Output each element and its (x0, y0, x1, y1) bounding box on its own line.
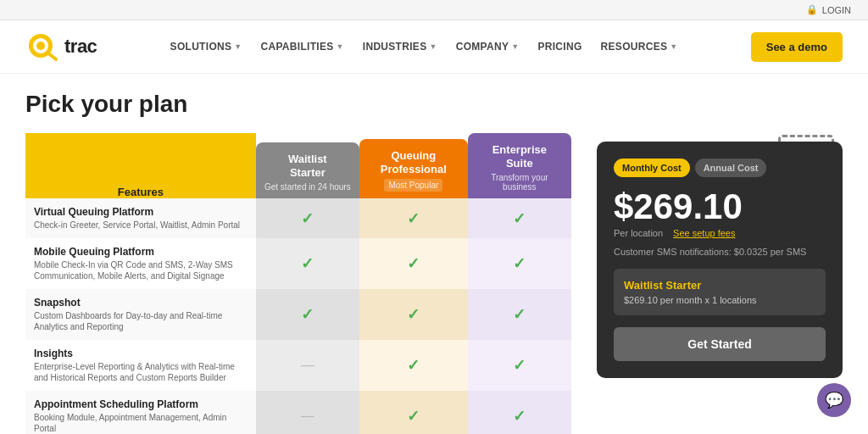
check-icon: ✓ (407, 306, 420, 323)
feature-cell: SnapshotCustom Dashboards for Day-to-day… (25, 289, 256, 340)
check-icon: ✓ (301, 210, 314, 227)
get-started-button[interactable]: Get Started (614, 327, 826, 361)
logo-icon (25, 29, 61, 64)
plan-summary-detail: $269.10 per month x 1 locations (624, 295, 815, 305)
chat-icon: 💬 (825, 391, 843, 409)
check-icon: ✓ (513, 408, 526, 425)
nav-company[interactable]: COMPANY ▼ (456, 41, 520, 53)
check-cell-col0: — (256, 391, 359, 434)
nav-solutions[interactable]: SOLUTIONS ▼ (170, 41, 242, 53)
feature-desc: Booking Module, Appointment Management, … (34, 412, 248, 434)
feature-cell: Mobile Queuing PlatformMobile Check-In v… (25, 238, 256, 289)
login-link[interactable]: 🔒 LOGIN (806, 4, 851, 15)
per-location-label: Per location (614, 228, 663, 238)
sms-note: Customer SMS notifications: $0.0325 per … (614, 247, 826, 257)
dash-icon: — (301, 409, 314, 423)
dash-icon: — (301, 358, 314, 372)
chat-bubble[interactable]: 💬 (817, 383, 851, 417)
demo-button[interactable]: See a demo (751, 32, 843, 62)
feature-desc: Custom Dashboards for Day-to-day and Rea… (34, 310, 248, 332)
plan-sub-waitlist: Get started in 24 hours (263, 182, 353, 192)
lock-icon: 🔒 (806, 4, 818, 15)
check-icon: ✓ (407, 357, 420, 374)
feature-cell: Virtual Queuing PlatformCheck-in Greeter… (25, 198, 256, 238)
plan-card-orange: QueuingProfessional Most Popular (359, 139, 468, 198)
plan-header-queuing: QueuingProfessional Most Popular (359, 133, 468, 198)
plan-card-gray: WaitlistStarter Get started in 24 hours (256, 142, 359, 198)
nav-pricing[interactable]: PRICING (537, 41, 581, 53)
nav-resources[interactable]: RESOURCES ▼ (601, 41, 678, 53)
check-cell-col0: ✓ (256, 289, 359, 340)
plan-header-enterprise: EnterpriseSuite Transform your business (468, 133, 571, 198)
cost-toggle: Monthly Cost Annual Cost (614, 159, 826, 177)
chevron-down-icon: ▼ (337, 42, 344, 51)
feature-name: Mobile Queuing Platform (34, 246, 248, 258)
plan-card-purple: EnterpriseSuite Transform your business (468, 133, 571, 198)
svg-line-3 (47, 53, 56, 59)
nav-capabilities[interactable]: CAPABILITIES ▼ (261, 41, 344, 53)
page-title: Pick your plan (25, 91, 571, 118)
check-cell-col1: ✓ (359, 289, 468, 340)
check-cell-col1: ✓ (359, 391, 468, 434)
chevron-down-icon: ▼ (429, 42, 437, 51)
pricing-widget: Monthly Cost Annual Cost $269.10 Per loc… (597, 142, 843, 378)
chevron-down-icon: ▼ (511, 42, 519, 51)
plan-sub-queuing: Most Popular (384, 179, 442, 192)
check-cell-col1: ✓ (359, 198, 468, 238)
check-icon: ✓ (513, 357, 526, 374)
chevron-down-icon: ▼ (670, 42, 677, 51)
features-column-header: Features (25, 133, 256, 198)
price-sub: Per location See setup fees (614, 228, 826, 238)
check-cell-col2: ✓ (468, 340, 571, 391)
plan-name-enterprise: EnterpriseSuite (475, 143, 565, 170)
plan-sub-enterprise: Transform your business (475, 173, 565, 192)
check-icon: ✓ (407, 408, 420, 425)
main-content: Pick your plan Features WaitlistStarter … (0, 74, 868, 434)
plan-header-waitlist: WaitlistStarter Get started in 24 hours (256, 133, 359, 198)
feature-desc: Mobile Check-In via QR Code and SMS, 2-W… (34, 259, 248, 281)
svg-point-2 (36, 42, 45, 50)
check-cell-col2: ✓ (468, 238, 571, 289)
chevron-down-icon: ▼ (234, 42, 242, 51)
feature-name: Snapshot (34, 297, 248, 309)
pricing-section: Pick your plan Features WaitlistStarter … (25, 91, 571, 434)
check-cell-col2: ✓ (468, 391, 571, 434)
plan-name-waitlist: WaitlistStarter (263, 153, 353, 179)
check-icon: ✓ (407, 210, 420, 227)
feature-name: Virtual Queuing Platform (34, 206, 248, 218)
feature-cell: Appointment Scheduling PlatformBooking M… (25, 391, 256, 434)
monthly-cost-button[interactable]: Monthly Cost (614, 159, 690, 177)
check-cell-col1: ✓ (359, 238, 468, 289)
top-bar: 🔒 LOGIN (0, 0, 868, 20)
check-icon: ✓ (513, 306, 526, 323)
annual-cost-button[interactable]: Annual Cost (695, 159, 767, 177)
main-nav: SOLUTIONS ▼ CAPABILITIES ▼ INDUSTRIES ▼ … (170, 41, 678, 53)
check-cell-col2: ✓ (468, 289, 571, 340)
price-display: $269.10 (614, 189, 826, 225)
plan-name-queuing: QueuingProfessional (366, 149, 461, 175)
check-cell-col0: — (256, 340, 359, 391)
check-icon: ✓ (301, 255, 314, 272)
plan-summary: Waitlist Starter $269.10 per month x 1 l… (614, 269, 826, 315)
setup-fees-link[interactable]: See setup fees (673, 228, 735, 238)
feature-name: Appointment Scheduling Platform (34, 398, 248, 410)
column-headers: Features WaitlistStarter Get started in … (25, 133, 571, 198)
feature-cell: InsightsEnterprise-Level Reporting & Ana… (25, 340, 256, 391)
feature-name: Insights (34, 348, 248, 359)
check-icon: ✓ (301, 306, 314, 323)
check-cell-col1: ✓ (359, 340, 468, 391)
nav-industries[interactable]: INDUSTRIES ▼ (363, 41, 437, 53)
feature-desc: Check-in Greeter, Service Portal, Waitli… (34, 220, 248, 231)
check-icon: ✓ (407, 255, 420, 272)
logo: trac (25, 29, 97, 64)
login-label[interactable]: LOGIN (822, 5, 851, 15)
header: trac SOLUTIONS ▼ CAPABILITIES ▼ INDUSTRI… (0, 20, 868, 74)
check-icon: ✓ (513, 255, 526, 272)
feature-desc: Enterprise-Level Reporting & Analytics w… (34, 361, 248, 383)
check-icon: ✓ (513, 210, 526, 227)
plan-summary-name: Waitlist Starter (624, 279, 815, 292)
check-cell-col0: ✓ (256, 238, 359, 289)
pricing-table: Features WaitlistStarter Get started in … (25, 133, 571, 434)
logo-text: trac (64, 36, 97, 58)
check-cell-col2: ✓ (468, 198, 571, 238)
